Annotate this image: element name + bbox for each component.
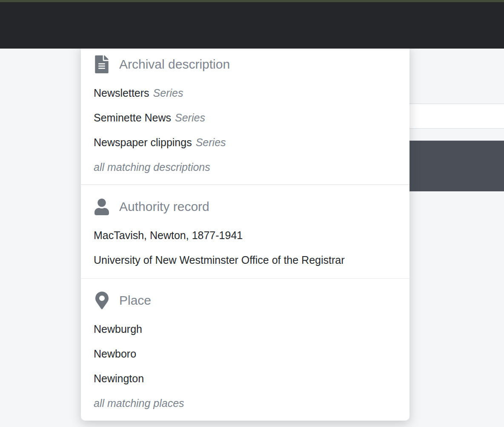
result-level-label: Series [153,87,183,99]
result-item[interactable]: Newburgh [94,317,397,341]
section-title: Place [119,293,151,308]
result-item[interactable]: University of New Westminster Office of … [94,248,397,272]
section-header: Place [94,290,397,311]
section-header: Authority record [94,196,397,217]
section-place: Place Newburgh Newboro Newington all mat… [81,279,410,421]
search-autocomplete-panel: Archival description Newsletters Series … [81,43,410,421]
section-title: Authority record [119,199,209,214]
result-item[interactable]: Newington [94,366,397,391]
result-label: MacTavish, Newton, 1877-1941 [94,229,243,242]
document-icon [94,55,109,73]
result-item[interactable]: Newspaper clippings Series [94,130,397,155]
section-archival-description: Archival description Newsletters Series … [81,43,410,185]
result-item[interactable]: Newboro [94,341,397,366]
result-label: University of New Westminster Office of … [94,254,345,266]
person-icon [94,199,109,215]
map-pin-icon [94,291,109,310]
section-header: Archival description [94,54,397,75]
result-item[interactable]: MacTavish, Newton, 1877-1941 [94,223,397,248]
all-matching-places-link[interactable]: all matching places [94,391,397,415]
page: Browse Archival description [0,0,504,427]
result-label: Newburgh [94,323,142,335]
result-item[interactable]: Seminette News Series [94,105,397,130]
result-label: Newboro [94,348,136,360]
result-item[interactable]: Newsletters Series [94,81,397,105]
result-level-label: Series [196,136,226,149]
result-level-label: Series [175,112,205,124]
section-title: Archival description [119,57,230,72]
result-label: Newington [94,372,144,385]
section-authority-record: Authority record MacTavish, Newton, 1877… [81,185,410,278]
all-matching-descriptions-link[interactable]: all matching descriptions [94,155,397,179]
result-label: Seminette News [94,112,171,124]
navbar [0,2,504,49]
result-label: Newspaper clippings [94,136,192,149]
result-label: Newsletters [94,87,149,99]
